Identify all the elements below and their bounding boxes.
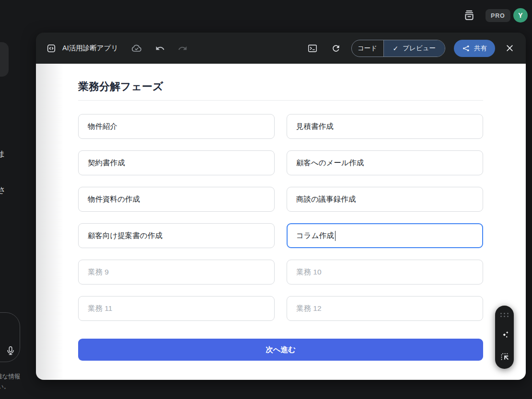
task-input-9[interactable] <box>78 260 275 285</box>
undo-icon[interactable] <box>155 44 165 53</box>
code-canvas-icon <box>46 44 56 53</box>
close-icon[interactable] <box>503 42 516 55</box>
task-input-11[interactable] <box>78 296 275 321</box>
canvas-title: AI活用診断アプリ <box>62 44 118 53</box>
left-edge-shadow <box>36 64 64 380</box>
select-element-icon[interactable] <box>500 352 509 362</box>
task-input-6[interactable] <box>287 187 483 212</box>
pro-badge: PRO <box>486 9 510 22</box>
chat-text-fragment: さ <box>0 185 6 196</box>
task-input-2[interactable] <box>287 114 483 139</box>
tab-code[interactable]: コード <box>352 40 384 57</box>
text-caret <box>335 231 336 241</box>
disclaimer-text-fragment: い。 <box>0 383 10 391</box>
task-breakdown-form: 業務分解フェーズ コラム作成 次へ進む <box>78 64 483 361</box>
redo-icon[interactable] <box>178 44 187 53</box>
refresh-icon[interactable] <box>331 44 341 53</box>
console-icon[interactable] <box>307 43 318 54</box>
task-input-3[interactable] <box>78 150 275 175</box>
canvas-tools-pill <box>495 306 514 369</box>
chat-text-fragment: ま <box>0 148 6 160</box>
tab-preview[interactable]: ✓ プレビュー <box>384 40 445 57</box>
microphone-icon[interactable] <box>4 344 17 357</box>
task-input-1[interactable] <box>78 114 275 139</box>
share-button-label: 共有 <box>474 44 487 53</box>
tab-preview-label: プレビュー <box>403 44 436 53</box>
task-input-value: コラム作成 <box>296 231 334 241</box>
task-input-5[interactable] <box>78 187 275 212</box>
task-input-12[interactable] <box>287 296 483 321</box>
task-input-4[interactable] <box>287 150 483 175</box>
disclaimer-text-fragment: 確な情報 <box>0 373 20 381</box>
task-fields-grid: コラム作成 <box>78 114 483 321</box>
page-title: 業務分解フェーズ <box>78 80 483 94</box>
canvas-header: AI活用診断アプリ <box>36 33 526 64</box>
task-input-7[interactable] <box>78 223 275 248</box>
share-nodes-icon <box>462 45 470 52</box>
share-button[interactable]: 共有 <box>454 40 495 57</box>
ai-edit-sparkle-icon[interactable] <box>499 330 510 340</box>
task-input-8[interactable]: コラム作成 <box>287 223 483 248</box>
task-input-10[interactable] <box>287 260 483 285</box>
code-preview-toggle: コード ✓ プレビュー <box>351 40 446 57</box>
canvas-panel: AI活用診断アプリ <box>36 33 526 380</box>
next-step-button[interactable]: 次へ進む <box>78 339 483 361</box>
canvas-preview-area: 業務分解フェーズ コラム作成 次へ進む <box>36 64 526 380</box>
check-icon: ✓ <box>393 45 399 52</box>
app-window: ま さ 確な情報 い。 PRO Y <box>0 0 532 399</box>
archive-icon[interactable] <box>461 7 477 23</box>
sidebar-item-fragment <box>0 42 9 77</box>
drag-handle-icon[interactable] <box>500 313 509 317</box>
avatar[interactable]: Y <box>513 8 528 23</box>
cloud-done-icon[interactable] <box>131 43 142 54</box>
divider <box>78 100 483 101</box>
